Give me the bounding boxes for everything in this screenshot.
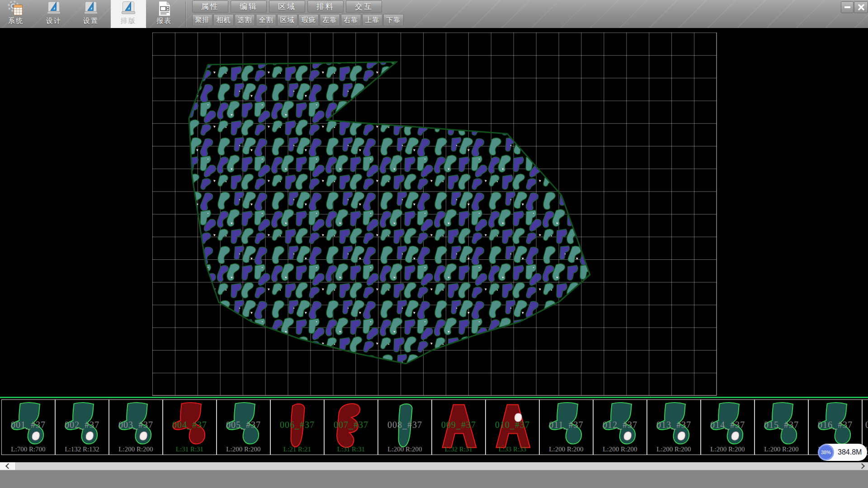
- part-lr-count: L:32 R:31: [432, 446, 485, 453]
- part-cell[interactable]: 015_#37 L:200 R:200: [755, 399, 808, 455]
- part-label: 016_#37: [809, 420, 862, 430]
- tool-button-cluster-nest[interactable]: 聚排: [192, 14, 212, 26]
- app-button-design[interactable]: 设计: [38, 0, 70, 28]
- part-lr-count: L:200 R:200: [217, 446, 270, 453]
- memory-value: 384.8M: [838, 448, 862, 456]
- app-button-report[interactable]: 报表: [148, 0, 180, 28]
- app-button-label: 报表: [156, 17, 172, 25]
- part-cell[interactable]: 013_#37 L:200 R:200: [647, 399, 701, 455]
- part-label: 011_#37: [540, 420, 593, 430]
- cpu-percent-indicator: 38%: [818, 444, 834, 460]
- part-lr-count: L:21 R:21: [271, 446, 324, 453]
- part-lr-count: L:31 R:31: [163, 446, 216, 453]
- part-cell[interactable]: 008_#37 L:200 R:200: [378, 399, 432, 455]
- scroll-right-button[interactable]: [857, 462, 868, 470]
- toolbar: 系统 设计 设置: [0, 0, 868, 28]
- part-label: 015_#37: [755, 420, 808, 430]
- system-gear-icon: [8, 0, 24, 17]
- tool-button-region[interactable]: 区域: [277, 14, 297, 26]
- app-button-label: 排版: [121, 17, 136, 25]
- app-button-system[interactable]: 系统: [0, 0, 32, 28]
- part-lr-count: L:31 R:31: [325, 446, 377, 453]
- part-cell[interactable]: 012_#37 L:200 R:200: [593, 399, 647, 455]
- part-lr-count: L:200 R:200: [594, 446, 646, 453]
- memory-usage-badge[interactable]: 38% 384.8M: [818, 444, 867, 461]
- minimize-button[interactable]: [841, 1, 854, 13]
- tool-button-align-right[interactable]: 右靠: [341, 14, 361, 26]
- part-label: 013_#37: [647, 420, 700, 430]
- tool-button-select-cut[interactable]: 选割: [235, 14, 255, 26]
- design-ruler-icon: [46, 0, 62, 17]
- tool-button-label: 区域: [280, 16, 295, 24]
- minimize-icon: [844, 6, 850, 8]
- menu-tab-properties[interactable]: 属性: [192, 0, 228, 13]
- cpu-percent-value: 38%: [821, 450, 831, 455]
- part-label: 009_#37: [432, 420, 485, 430]
- tool-button-label: 选割: [238, 16, 252, 24]
- menu-tab-nesting[interactable]: 排料: [307, 0, 344, 13]
- part-label: 004_#37: [163, 420, 216, 430]
- part-lr-count: L:200 R:200: [755, 446, 808, 453]
- nesting-ruler-icon: [120, 0, 137, 17]
- tool-button-label: 瑕疵: [302, 16, 316, 24]
- tool-button-label: 全割: [259, 16, 274, 24]
- part-cell[interactable]: 004_#37 L:31 R:31: [163, 399, 217, 455]
- part-cell[interactable]: 005_#37 L:200 R:200: [217, 399, 270, 455]
- nesting-app-window: 系统 设计 设置: [0, 0, 868, 488]
- part-cell[interactable]: 007_#37 L:31 R:31: [324, 399, 378, 455]
- chevron-right-icon: [859, 463, 865, 469]
- menu-tab-label: 区域: [278, 1, 296, 12]
- app-button-nesting[interactable]: 排版: [111, 0, 146, 28]
- part-lr-count: L:200 R:200: [540, 446, 593, 453]
- report-document-icon: [156, 0, 172, 17]
- settings-ruler-icon: [83, 0, 99, 17]
- status-bar: [0, 470, 868, 488]
- part-label: 005_#37: [217, 420, 270, 430]
- part-lr-count: L:200 R:200: [701, 446, 754, 453]
- part-lr-count: L:200 R:200: [378, 446, 431, 453]
- part-label: 010_#37: [486, 420, 539, 430]
- tool-button-align-top[interactable]: 上靠: [362, 14, 382, 26]
- menu-tab-region[interactable]: 区域: [269, 0, 305, 13]
- tool-button-align-left[interactable]: 左靠: [320, 14, 340, 26]
- part-lr-count: L:200 R:200: [647, 446, 700, 453]
- menu-tab-edit[interactable]: 编辑: [231, 0, 267, 13]
- part-label: 002_#37: [56, 420, 108, 430]
- tool-button-defect[interactable]: 瑕疵: [298, 14, 319, 26]
- part-label: 001_#37: [2, 420, 55, 430]
- strip-separator-line: [0, 397, 868, 398]
- part-cell[interactable]: 001_#37 L:700 R:700: [1, 399, 55, 455]
- part-label: 008_#37: [378, 420, 431, 430]
- tool-button-label: 聚排: [195, 16, 210, 24]
- tool-button-cut-all[interactable]: 全割: [256, 14, 276, 26]
- part-lr-count: L:33 R:33: [486, 446, 539, 453]
- part-cell[interactable]: 014_#37 L:200 R:200: [701, 399, 755, 455]
- part-cell[interactable]: 006_#37 L:21 R:21: [270, 399, 324, 455]
- tool-button-align-bottom[interactable]: 下靠: [383, 14, 404, 26]
- menu-tab-label: 排料: [316, 1, 335, 12]
- part-cell[interactable]: 003_#37 L:200 R:200: [109, 399, 163, 455]
- part-cell[interactable]: 009_#37 L:32 R:31: [432, 399, 486, 455]
- part-label: 007_#37: [325, 420, 377, 430]
- close-button[interactable]: [854, 1, 868, 13]
- part-cell[interactable]: 010_#37 L:33 R:33: [486, 399, 539, 455]
- part-cell[interactable]: 011_#37 L:200 R:200: [539, 399, 593, 455]
- horizontal-scrollbar[interactable]: [0, 462, 868, 470]
- app-button-label: 设计: [46, 17, 61, 25]
- app-button-label: 系统: [8, 17, 24, 25]
- part-lr-count: L:700 R:700: [2, 446, 55, 453]
- part-cell[interactable]: 002_#37 L:132 R:132: [55, 399, 109, 455]
- tool-button-camera[interactable]: 相机: [213, 14, 234, 26]
- part-label: 003_#37: [109, 420, 162, 430]
- menu-tab-interactive[interactable]: 交互: [346, 0, 382, 13]
- tool-button-label: 下靠: [387, 16, 401, 24]
- scroll-left-button[interactable]: [0, 462, 16, 470]
- app-button-label: 设置: [83, 17, 99, 25]
- part-lr-count: L:132 R:132: [56, 446, 108, 453]
- part-label: 006_#37: [271, 420, 324, 430]
- menu-tab-label: 属性: [201, 1, 219, 12]
- app-button-settings[interactable]: 设置: [75, 0, 107, 28]
- parts-strip: 001_#37 L:700 R:700 002_#37 L:132 R:132 …: [0, 399, 868, 455]
- part-label: 012_#37: [594, 420, 646, 430]
- part-label: 014_#37: [701, 420, 754, 430]
